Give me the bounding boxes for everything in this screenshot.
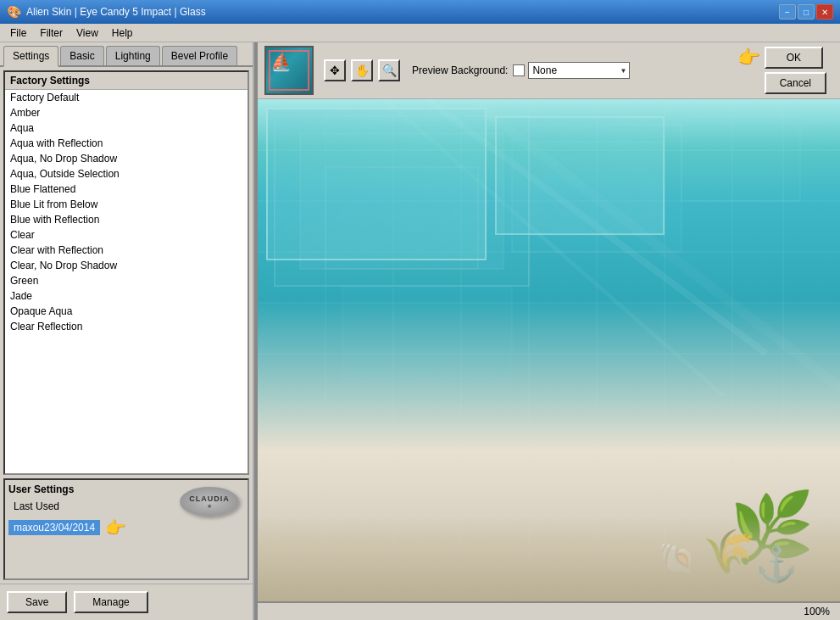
menu-view[interactable]: View xyxy=(70,25,105,41)
bg-color-swatch[interactable] xyxy=(513,64,525,76)
list-item[interactable]: Blue Lit from Below xyxy=(5,197,248,212)
list-item[interactable]: Opaque Aqua xyxy=(5,304,248,319)
svg-rect-20 xyxy=(681,116,800,201)
list-item[interactable]: Clear Reflection xyxy=(5,319,248,334)
list-item[interactable]: Aqua, Outside Selection xyxy=(5,166,248,182)
hand-cursor-icon: 👉 xyxy=(105,517,126,538)
preview-bg-label: Preview Background: xyxy=(412,64,508,76)
svg-rect-21 xyxy=(342,286,512,388)
title-bar: 🎨 Alien Skin | Eye Candy 5 Impact | Glas… xyxy=(0,0,840,24)
glass-rect-2 xyxy=(495,116,665,235)
list-item[interactable]: Blue with Reflection xyxy=(5,212,248,227)
badge-sub: ★ xyxy=(207,503,212,510)
ok-hand-cursor: 👉 xyxy=(737,47,760,69)
list-item[interactable]: Green xyxy=(5,273,248,288)
badge-text: CLAUDIA xyxy=(189,494,230,503)
ok-cancel-area: 👉 OK Cancel xyxy=(765,47,833,94)
preview-bg-select: None White Black Gray xyxy=(513,62,630,79)
zoom-icon: 🔍 xyxy=(382,64,397,77)
menu-help[interactable]: Help xyxy=(105,25,140,41)
selected-user-row: maxou23/04/2014 👉 xyxy=(8,517,244,538)
menu-filter[interactable]: Filter xyxy=(33,25,70,41)
preview-thumbnail: ⛵ xyxy=(264,46,314,95)
list-item[interactable]: Amber xyxy=(5,105,248,120)
tab-settings[interactable]: Settings xyxy=(3,46,58,67)
main-area: Settings Basic Lighting Bevel Profile Fa… xyxy=(0,42,840,620)
hand-icon: ✋ xyxy=(355,64,370,77)
preview-toolbar: ⛵ ✥ ✋ 🔍 Preview Background: None xyxy=(258,42,840,99)
list-item[interactable]: Aqua with Reflection xyxy=(5,136,248,151)
tab-bevel-profile[interactable]: Bevel Profile xyxy=(162,46,237,65)
tab-lighting[interactable]: Lighting xyxy=(106,46,160,65)
list-item[interactable]: Aqua, No Drop Shadow xyxy=(5,151,248,166)
window-controls: − □ ✕ xyxy=(779,4,833,20)
cancel-button[interactable]: Cancel xyxy=(765,72,826,94)
tab-basic[interactable]: Basic xyxy=(60,46,103,65)
close-button[interactable]: ✕ xyxy=(816,4,833,20)
app-icon: 🎨 xyxy=(7,5,21,19)
factory-settings-box: Factory Settings Factory Default Amber A… xyxy=(3,70,249,475)
move-icon: ✥ xyxy=(330,64,340,77)
menu-file[interactable]: File xyxy=(3,25,33,41)
list-item[interactable]: Jade xyxy=(5,288,248,304)
save-button[interactable]: Save xyxy=(7,591,67,613)
factory-settings-list: Factory Default Amber Aqua Aqua with Ref… xyxy=(5,90,248,334)
bg-dropdown-wrapper: None White Black Gray xyxy=(528,62,630,79)
zoom-tool-button[interactable]: 🔍 xyxy=(378,59,400,81)
tab-bar: Settings Basic Lighting Bevel Profile xyxy=(0,42,253,67)
menu-bar: File Filter View Help xyxy=(0,24,840,42)
list-item[interactable]: Factory Default xyxy=(5,90,248,105)
list-item[interactable]: Aqua xyxy=(5,120,248,136)
left-panel: Settings Basic Lighting Bevel Profile Fa… xyxy=(0,42,254,620)
bottom-buttons: Save Manage xyxy=(0,584,253,620)
ok-button[interactable]: OK xyxy=(765,47,823,69)
window-title: Alien Skin | Eye Candy 5 Impact | Glass xyxy=(26,6,206,18)
user-badge: CLAUDIA ★ xyxy=(180,487,239,517)
status-bar: 100% xyxy=(258,601,840,620)
list-item[interactable]: Clear xyxy=(5,227,248,243)
sand-area xyxy=(258,517,840,601)
thumbnail-selection xyxy=(269,50,309,91)
maximize-button[interactable]: □ xyxy=(798,4,815,20)
list-item[interactable]: Blue Flattened xyxy=(5,182,248,197)
manage-button[interactable]: Manage xyxy=(74,591,147,613)
minimize-button[interactable]: − xyxy=(779,4,796,20)
glass-rect-1 xyxy=(266,108,487,260)
factory-settings-header: Factory Settings xyxy=(5,72,248,90)
list-item[interactable]: Clear with Reflection xyxy=(5,243,248,258)
bg-dropdown[interactable]: None White Black Gray xyxy=(528,62,630,79)
preview-image-area[interactable]: 🌿 🌾 ⚓ 🐚 xyxy=(258,99,840,601)
factory-settings-scroll[interactable]: Factory Default Amber Aqua Aqua with Ref… xyxy=(5,90,248,473)
selected-user-setting[interactable]: maxou23/04/2014 xyxy=(8,520,100,535)
hand-tool-button[interactable]: ✋ xyxy=(351,59,373,81)
right-panel: ⛵ ✥ ✋ 🔍 Preview Background: None xyxy=(258,42,840,620)
zoom-level: 100% xyxy=(804,606,830,617)
user-settings-box: User Settings CLAUDIA ★ Last Used maxou2… xyxy=(3,478,249,580)
settings-section: Factory Settings Factory Default Amber A… xyxy=(0,67,253,584)
list-item[interactable]: Clear, No Drop Shadow xyxy=(5,258,248,273)
move-tool-button[interactable]: ✥ xyxy=(324,59,346,81)
